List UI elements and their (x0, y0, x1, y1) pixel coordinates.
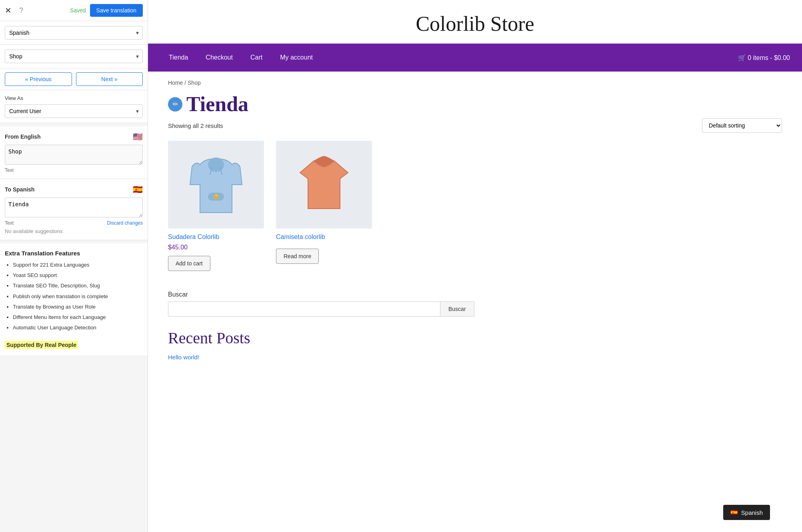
list-item: Translate SEO Title, Description, Slug (13, 282, 143, 289)
hoodie-illustration: 😊 (188, 153, 244, 217)
read-more-button[interactable]: Read more (276, 249, 319, 264)
no-suggestions-text: No available suggestions (5, 228, 143, 234)
close-button[interactable]: ✕ (5, 6, 12, 14)
lang-button-label: Spanish (741, 509, 763, 516)
results-sort-row: Showing all 2 results Default sorting So… (168, 118, 782, 133)
nav-buttons-section: « Previous Next » (0, 68, 148, 90)
nav-checkout[interactable]: Checkout (197, 44, 242, 72)
us-flag-icon: 🇺🇸 (133, 132, 143, 141)
page-select[interactable]: Shop Home Checkout Cart My account (5, 50, 143, 63)
nav-cart[interactable]: Cart (242, 44, 271, 72)
navigation-bar: Tienda Checkout Cart My account 🛒 0 item… (148, 44, 802, 72)
previous-button[interactable]: « Previous (5, 72, 72, 86)
page-heading: Tienda (186, 92, 248, 116)
to-input-meta: Text Discard changes (5, 220, 143, 226)
nav-tienda[interactable]: Tienda (160, 44, 197, 72)
to-lang-header: To Spanish 🇪🇸 (5, 185, 143, 194)
list-item: Translate by Browsing as User Role (13, 303, 143, 311)
saved-status: Saved (70, 7, 86, 14)
search-button[interactable]: Buscar (440, 301, 474, 317)
features-list: Support for 221 Extra Languages Yoast SE… (5, 261, 143, 331)
recent-post-link[interactable]: Hello world! (168, 354, 199, 361)
from-english-section: From English 🇺🇸 Shop Text (0, 126, 148, 179)
svg-text:😊: 😊 (213, 194, 219, 200)
list-item: Automatic User Language Detection (13, 324, 143, 331)
search-label: Buscar (168, 291, 782, 298)
list-item: Publish only when translation is complet… (13, 293, 143, 300)
sort-select[interactable]: Default sorting Sort by price: low to hi… (702, 118, 782, 133)
product-name: Sudadera Colorlib (168, 233, 264, 241)
search-input[interactable] (168, 301, 440, 317)
page-heading-wrapper: ✏ Tienda (168, 92, 782, 116)
page-select-wrapper: Shop Home Checkout Cart My account ▾ (5, 50, 143, 63)
product-card: Camiseta colorlib Read more (276, 141, 372, 271)
to-lang-title: To Spanish (5, 186, 34, 193)
view-as-section: View As Current User Administrator Guest… (0, 90, 148, 123)
add-to-cart-button[interactable]: Add to cart (168, 256, 210, 271)
extra-features-section: Extra Translation Features Support for 2… (0, 243, 148, 355)
to-spanish-input[interactable]: Tienda (5, 197, 143, 217)
view-as-select[interactable]: Current User Administrator Guest (5, 104, 143, 118)
tshirt-illustration (296, 153, 352, 217)
edit-icon[interactable]: ✏ (168, 97, 182, 112)
supported-label: Supported By Real People (5, 341, 78, 349)
product-price: $45.00 (168, 244, 264, 251)
product-image-tshirt (276, 141, 372, 229)
save-translation-button[interactable]: Save translation (90, 4, 143, 17)
product-image-hoodie: 😊 (168, 141, 264, 229)
main-content-area: Colorlib Store Tienda Checkout Cart My a… (148, 0, 802, 532)
language-select-wrapper: Spanish French German Italian Portuguese… (5, 26, 143, 40)
extra-features-title: Extra Translation Features (5, 250, 143, 257)
recent-posts-title: Recent Posts (168, 329, 782, 347)
es-flag-icon: 🇪🇸 (730, 509, 738, 516)
search-row: Buscar (168, 301, 782, 317)
nav-my-account[interactable]: My account (271, 44, 322, 72)
help-button[interactable]: ? (16, 5, 27, 16)
from-english-input[interactable]: Shop (5, 145, 143, 165)
discard-changes-button[interactable]: Discard changes (107, 220, 143, 226)
breadcrumb: Home / Shop (168, 80, 782, 86)
cart-info[interactable]: 🛒 0 items - $0.00 (738, 54, 790, 62)
from-input-meta: Text (5, 167, 143, 173)
language-section: Spanish French German Italian Portuguese… (0, 21, 148, 45)
svg-point-0 (208, 157, 224, 172)
recent-posts-section: Recent Posts Hello world! (168, 329, 782, 361)
view-as-label: View As (5, 95, 143, 101)
view-as-select-wrapper: Current User Administrator Guest ▾ (5, 104, 143, 118)
page-content: Home / Shop ✏ Tienda Showing all 2 resul… (148, 72, 802, 532)
list-item: Support for 221 Extra Languages (13, 261, 143, 269)
next-button[interactable]: Next » (76, 72, 143, 86)
page-section: Shop Home Checkout Cart My account ▾ (0, 45, 148, 68)
from-lang-header: From English 🇺🇸 (5, 132, 143, 141)
from-lang-title: From English (5, 133, 40, 140)
results-text: Showing all 2 results (168, 122, 223, 129)
language-select[interactable]: Spanish French German Italian Portuguese (5, 26, 143, 40)
search-section: Buscar Buscar (168, 291, 782, 317)
product-name: Camiseta colorlib (276, 233, 372, 241)
store-title: Colorlib Store (148, 0, 802, 44)
from-type-label: Text (5, 167, 14, 173)
list-item: Different Menu Items for each Language (13, 314, 143, 321)
to-spanish-section: To Spanish 🇪🇸 Tienda Text Discard change… (0, 179, 148, 240)
sidebar-top-bar: ✕ ? Saved Save translation (0, 0, 148, 21)
product-card: 😊 Sudadera Colorlib $45.00 Add to cart (168, 141, 264, 271)
products-grid: 😊 Sudadera Colorlib $45.00 Add to cart (168, 141, 782, 271)
list-item: Yoast SEO support (13, 272, 143, 279)
translation-sidebar: ✕ ? Saved Save translation Spanish Frenc… (0, 0, 148, 532)
language-switch-button[interactable]: 🇪🇸 Spanish (723, 505, 770, 520)
to-type-label: Text (5, 220, 14, 226)
es-flag-icon: 🇪🇸 (133, 185, 143, 194)
